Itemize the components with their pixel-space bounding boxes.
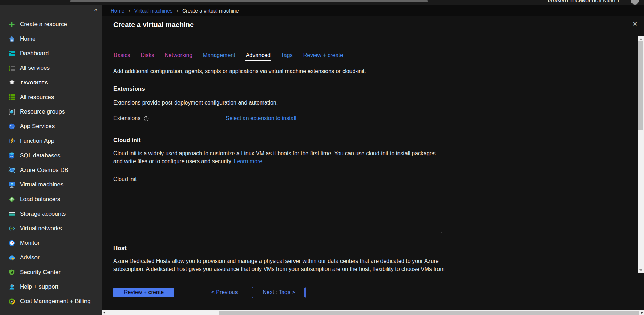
sidebar-item-virtual-machines[interactable]: Virtual machines bbox=[0, 177, 102, 192]
sidebar-item-home[interactable]: Home bbox=[0, 32, 102, 46]
vertical-scrollbar[interactable] bbox=[638, 36, 644, 273]
sidebar-item-security-center[interactable]: Security Center bbox=[0, 265, 102, 280]
star-icon bbox=[9, 79, 16, 86]
sidebar-item-all-resources[interactable]: All resources bbox=[0, 90, 102, 105]
scroll-down-icon[interactable] bbox=[639, 269, 642, 271]
sidebar-item-label: Security Center bbox=[20, 269, 61, 276]
scroll-right-icon[interactable] bbox=[641, 312, 643, 314]
breadcrumb-separator-icon: › bbox=[176, 8, 178, 14]
azure-portal-window: PRAMATI TECHNOLOGIES PVT L... « Create a… bbox=[0, 0, 644, 315]
host-description: Azure Dedicated Hosts allow you to provi… bbox=[113, 257, 445, 275]
vertical-scrollbar-thumb[interactable] bbox=[638, 41, 643, 130]
svg-text:SQL: SQL bbox=[10, 155, 14, 157]
tab-content: BasicsDisksNetworkingManagementAdvancedT… bbox=[102, 36, 638, 275]
sidebar-item-label: Function App bbox=[20, 138, 54, 144]
sidebar-item-help-support[interactable]: Help + support bbox=[0, 280, 102, 294]
top-bar bbox=[0, 0, 644, 5]
top-scrollbar-thumb[interactable] bbox=[70, 0, 428, 2]
all-services-icon bbox=[8, 65, 15, 72]
sidebar-item-create-a-resource[interactable]: Create a resource bbox=[0, 17, 102, 32]
sidebar-item-advisor[interactable]: Advisor bbox=[0, 250, 102, 265]
sidebar-favorites-header: FAVORITES bbox=[0, 75, 102, 90]
sidebar-item-label: Resource groups bbox=[20, 108, 65, 115]
tab-basics[interactable]: Basics bbox=[113, 52, 130, 61]
tab-advanced[interactable]: Advanced bbox=[245, 52, 271, 61]
previous-button[interactable]: < Previous bbox=[201, 288, 248, 297]
extensions-field-label-wrap: Extensions bbox=[113, 115, 226, 122]
sidebar-item-storage-accounts[interactable]: Storage accounts bbox=[0, 207, 102, 221]
resource-groups-icon bbox=[8, 108, 15, 115]
cloud-init-field-row: Cloud init bbox=[113, 175, 442, 233]
info-icon[interactable] bbox=[144, 116, 149, 121]
horizontal-scrollbar-thumb[interactable] bbox=[219, 311, 639, 315]
help-support-icon bbox=[8, 283, 15, 290]
sql-databases-icon: SQL bbox=[8, 152, 15, 159]
tab-disks[interactable]: Disks bbox=[140, 52, 154, 61]
sidebar-item-label: Home bbox=[20, 35, 35, 42]
function-app-icon bbox=[8, 138, 15, 144]
sidebar-item-label: Monitor bbox=[20, 240, 40, 247]
sidebar-item-label: Cost Management + Billing bbox=[20, 298, 91, 305]
main-panel: Home›Virtual machines›Create a virtual m… bbox=[102, 5, 644, 315]
sidebar-item-load-balancers[interactable]: Load balancers bbox=[0, 192, 102, 207]
sidebar-item-label: Storage accounts bbox=[20, 210, 66, 217]
monitor-icon bbox=[8, 240, 15, 247]
breadcrumb-separator-icon: › bbox=[128, 8, 130, 14]
svg-text:$: $ bbox=[11, 300, 13, 303]
sidebar-item-virtual-networks[interactable]: Virtual networks bbox=[0, 221, 102, 236]
sidebar-item-dashboard[interactable]: Dashboard bbox=[0, 46, 102, 61]
cloud-init-description-wrap: Cloud init is a widely used approach to … bbox=[113, 149, 445, 165]
scroll-up-icon[interactable] bbox=[639, 38, 642, 40]
dashboard-icon bbox=[8, 50, 15, 57]
security-center-icon bbox=[8, 269, 15, 276]
tab-tags[interactable]: Tags bbox=[281, 52, 293, 61]
sidebar-item-label: All resources bbox=[20, 94, 54, 101]
favorites-divider bbox=[55, 83, 102, 83]
load-balancers-icon bbox=[8, 196, 15, 203]
sidebar: « Create a resourceHomeDashboardAll serv… bbox=[0, 5, 102, 315]
sidebar-item-resource-groups[interactable]: Resource groups bbox=[0, 105, 102, 119]
horizontal-scrollbar[interactable] bbox=[102, 310, 644, 315]
app-services-icon bbox=[8, 123, 15, 130]
scroll-left-icon[interactable] bbox=[103, 312, 105, 314]
breadcrumb-link-virtual-machines[interactable]: Virtual machines bbox=[134, 8, 173, 14]
home-icon bbox=[8, 35, 15, 42]
sidebar-item-label: Load balancers bbox=[20, 196, 60, 203]
page-title: Create a virtual machine bbox=[113, 21, 194, 28]
sidebar-item-sql-databases[interactable]: SQLSQL databases bbox=[0, 148, 102, 163]
directory-name[interactable]: PRAMATI TECHNOLOGIES PVT L... bbox=[548, 0, 625, 3]
cost-management-icon: $ bbox=[8, 298, 15, 305]
learn-more-link[interactable]: Learn more bbox=[234, 158, 263, 164]
select-extension-link[interactable]: Select an extension to install bbox=[226, 115, 296, 122]
tab-networking[interactable]: Networking bbox=[164, 52, 193, 61]
review-create-button[interactable]: Review + create bbox=[113, 288, 174, 297]
sidebar-item-cost-management-billing[interactable]: $Cost Management + Billing bbox=[0, 294, 102, 309]
extensions-description: Extensions provide post-deployment confi… bbox=[113, 99, 278, 107]
sidebar-collapse-icon[interactable]: « bbox=[94, 7, 97, 14]
cloud-init-textarea[interactable] bbox=[226, 175, 442, 233]
tab-review-create[interactable]: Review + create bbox=[303, 52, 344, 61]
plus-icon bbox=[8, 21, 15, 28]
sidebar-item-azure-cosmos-db[interactable]: Azure Cosmos DB bbox=[0, 163, 102, 177]
footer-bar: Review + create < Previous Next : Tags > bbox=[102, 275, 644, 311]
extensions-field-label: Extensions bbox=[113, 115, 140, 122]
storage-accounts-icon bbox=[8, 210, 15, 217]
tab-management[interactable]: Management bbox=[202, 52, 235, 61]
breadcrumb-link-home[interactable]: Home bbox=[111, 8, 124, 14]
cloud-init-field-label: Cloud init bbox=[113, 175, 226, 182]
advisor-icon bbox=[8, 254, 15, 261]
sidebar-item-label: Virtual networks bbox=[20, 225, 62, 232]
sidebar-item-label: Virtual machines bbox=[20, 181, 63, 188]
cloud-init-heading: Cloud init bbox=[113, 137, 140, 144]
sidebar-item-app-services[interactable]: App Services bbox=[0, 119, 102, 134]
extensions-field-row: Extensions Select an extension to instal… bbox=[113, 115, 296, 122]
sidebar-item-monitor[interactable]: Monitor bbox=[0, 236, 102, 250]
all-resources-icon bbox=[8, 94, 15, 101]
sidebar-item-function-app[interactable]: Function App bbox=[0, 134, 102, 148]
tabs-bar: BasicsDisksNetworkingManagementAdvancedT… bbox=[113, 52, 636, 61]
host-heading: Host bbox=[113, 245, 127, 252]
close-icon[interactable]: ✕ bbox=[632, 20, 638, 28]
next-tags-button[interactable]: Next : Tags > bbox=[252, 287, 306, 298]
sidebar-item-all-services[interactable]: All services bbox=[0, 61, 102, 75]
sidebar-item-label: Dashboard bbox=[20, 50, 49, 57]
